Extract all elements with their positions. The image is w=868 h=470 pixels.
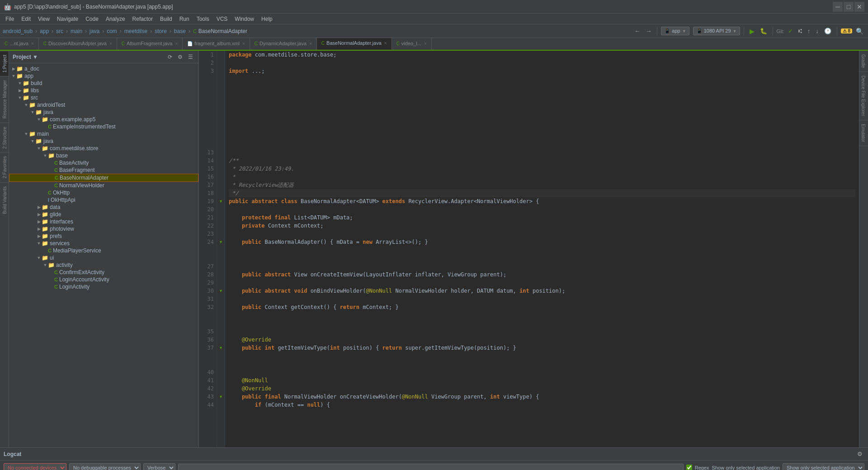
breadcrumb-src[interactable]: src — [56, 28, 63, 34]
tab-close-6[interactable]: × — [424, 41, 427, 46]
breadcrumb-meetdilse[interactable]: meetdilse — [124, 28, 147, 34]
tree-item[interactable]: IOkHttpApi — [9, 196, 198, 204]
breadcrumb-com[interactable]: com — [107, 28, 117, 34]
tree-item[interactable]: ▼📁base — [9, 152, 198, 159]
tab-basenormaladapter[interactable]: C BaseNormalAdapter.java × — [317, 38, 392, 50]
regex-checkbox[interactable] — [686, 465, 692, 470]
tab-discover[interactable]: C DiscoverAlbumAdpter.java × — [39, 38, 117, 50]
breadcrumb-java[interactable]: java — [90, 28, 99, 34]
breadcrumb-android-sub[interactable]: android_sub — [3, 28, 33, 34]
left-tab-resource[interactable]: Resource Manager — [0, 76, 9, 122]
right-tab-gradle[interactable]: Gradle — [859, 51, 868, 72]
tree-item[interactable]: ▶📁interfaces — [9, 218, 198, 225]
tree-item[interactable]: ▼📁ui — [9, 254, 198, 261]
tree-item[interactable]: ▼📁androidTest — [9, 101, 198, 109]
tree-item[interactable]: ▶📁prefs — [9, 233, 198, 240]
app-selector[interactable]: 📱 app ▼ — [661, 27, 689, 35]
tree-item[interactable]: ▼📁com.meetdilse.store — [9, 145, 198, 152]
tree-item[interactable]: ▼📁app — [9, 72, 198, 80]
debug-button[interactable]: 🐛 — [758, 27, 769, 35]
tree-item[interactable]: CBaseFragment — [9, 166, 198, 174]
tab-close-1[interactable]: × — [109, 41, 112, 46]
tree-item[interactable]: ▼📁build — [9, 80, 198, 87]
git-branch-button[interactable]: ⑆ — [797, 27, 804, 35]
tree-item[interactable]: CBaseNormalAdapter — [9, 174, 198, 182]
maximize-button[interactable]: □ — [844, 2, 854, 12]
code-content[interactable]: package com.meetdilse.store.base;import … — [225, 51, 859, 447]
tree-item[interactable]: CBaseActivity — [9, 159, 198, 166]
back-button[interactable]: ← — [632, 27, 642, 35]
show-only-selector[interactable]: Show only selected application — [783, 463, 864, 470]
git-history-button[interactable]: 🕐 — [822, 27, 833, 35]
menu-navigate[interactable]: Navigate — [53, 14, 82, 24]
breadcrumb-main[interactable]: main — [71, 28, 82, 34]
breadcrumb-store[interactable]: store — [155, 28, 167, 34]
breadcrumb-app[interactable]: app — [40, 28, 49, 34]
tree-item[interactable]: ▶📁photoview — [9, 225, 198, 233]
tab-fragment-xml[interactable]: 📄 fragment_album.xml × — [183, 38, 250, 50]
tree-item[interactable]: CLoginAccountActivity — [9, 276, 198, 283]
run-button[interactable]: ▶ — [748, 27, 756, 36]
breadcrumb-basenormaladapter[interactable]: BaseNormalAdapter — [198, 28, 247, 34]
tree-item[interactable]: CExampleInstrumentedTest — [9, 123, 198, 130]
menu-window[interactable]: Window — [231, 14, 258, 24]
tree-item[interactable]: CMediaPlayerService — [9, 247, 198, 254]
right-tab-emulator[interactable]: Emulator — [859, 120, 868, 146]
right-tab-device-file[interactable]: Device File Explorer — [859, 72, 868, 120]
tab-close-5[interactable]: × — [384, 41, 387, 46]
git-push-button[interactable]: ↑ — [806, 27, 812, 35]
tree-item[interactable]: ▼📁com.example.app5 — [9, 116, 198, 123]
tree-item[interactable]: CConfirmExitActivity — [9, 269, 198, 276]
menu-refactor[interactable]: Refactor — [129, 14, 156, 24]
sidebar-icon-sync[interactable]: ⟳ — [166, 53, 174, 61]
tree-item[interactable]: ▼📁java — [9, 109, 198, 116]
menu-analyze[interactable]: Analyze — [102, 14, 129, 24]
close-button[interactable]: ✕ — [854, 2, 864, 12]
tab-album-fragment[interactable]: C AlbumFragment.java × — [117, 38, 183, 50]
menu-vcs[interactable]: VCS — [213, 14, 231, 24]
git-check-button[interactable]: ✓ — [786, 27, 795, 35]
tab-dynamic-adapter[interactable]: C DynamicAdapter.java × — [250, 38, 317, 50]
search-button[interactable]: 🔍 — [854, 27, 865, 36]
left-tab-structure[interactable]: 2:Structure — [0, 123, 9, 152]
tab-close-4[interactable]: × — [309, 41, 312, 46]
left-tab-build-variants[interactable]: Build Variants — [0, 182, 9, 218]
menu-build[interactable]: Build — [156, 14, 176, 24]
verbose-selector[interactable]: Verbose Debug Info Warn Error — [143, 463, 175, 470]
device-selector[interactable]: No connected devices — [4, 463, 66, 470]
menu-edit[interactable]: Edit — [18, 14, 34, 24]
minimize-button[interactable]: ─ — [833, 2, 843, 12]
menu-file[interactable]: File — [2, 14, 18, 24]
tab-video[interactable]: C video_l... × — [392, 38, 432, 50]
tab-close-2[interactable]: × — [175, 41, 178, 46]
tree-item[interactable]: ▼📁java — [9, 138, 198, 145]
tree-item[interactable]: ▶📁libs — [9, 87, 198, 94]
tree-item[interactable]: COkHttp — [9, 189, 198, 196]
tab-close-3[interactable]: × — [242, 41, 245, 46]
tab-nt-java[interactable]: C ...nt.java × — [0, 38, 39, 50]
code-area[interactable]: 1231314151617181920212223242728293031323… — [199, 51, 859, 447]
menu-tools[interactable]: Tools — [193, 14, 213, 24]
tree-item[interactable]: CNormalViewHolder — [9, 182, 198, 189]
process-selector[interactable]: No debuggable processes — [69, 463, 141, 470]
left-tab-project[interactable]: 1:Project — [0, 51, 9, 76]
tree-item[interactable]: ▶📁data — [9, 204, 198, 211]
menu-help[interactable]: Help — [258, 14, 276, 24]
git-pull-button[interactable]: ↓ — [814, 27, 821, 35]
sidebar-icon-settings[interactable]: ⚙ — [176, 53, 184, 61]
breadcrumb-base[interactable]: base — [174, 28, 186, 34]
tree-item[interactable]: CLoginActivity — [9, 283, 198, 290]
menu-view[interactable]: View — [34, 14, 53, 24]
tab-close-0[interactable]: × — [31, 41, 34, 46]
tree-item[interactable]: ▶📁glide — [9, 211, 198, 218]
api-selector[interactable]: 📱 1080 API 29 ▼ — [693, 27, 740, 35]
forward-button[interactable]: → — [644, 27, 653, 35]
menu-run[interactable]: Run — [176, 14, 193, 24]
logcat-settings-button[interactable]: ⚙ — [855, 450, 864, 458]
sidebar-icon-menu[interactable]: ☰ — [186, 53, 195, 61]
tree-item[interactable]: ▼📁src — [9, 94, 198, 101]
menu-code[interactable]: Code — [82, 14, 102, 24]
tree-item[interactable]: ▼📁services — [9, 240, 198, 247]
tree-item[interactable]: ▼📁activity — [9, 261, 198, 269]
tree-item[interactable]: ▶📁a_doc — [9, 65, 198, 72]
